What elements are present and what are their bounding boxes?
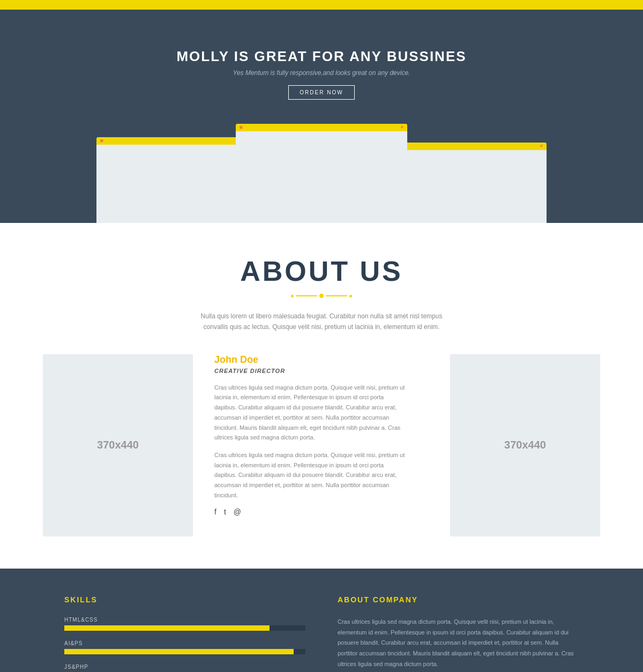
skill-bar-fill-html [64,625,270,631]
twitter-icon[interactable]: t [224,507,226,516]
flower-icon-center: ❋ [239,125,243,130]
about-company-text-1: Cras ultrices ligula sed magna dictum po… [338,617,579,670]
team-info: John Doe CREATIVE DIRECTOR Cras ultrices… [193,354,429,517]
team-photo-right: 370x440 [450,354,600,536]
flower-icon-left: ❋ [100,138,104,144]
skill-label-js: JS&PHP [64,664,305,670]
divider-dot-3 [349,295,352,297]
skill-label-ai: AI&PS [64,640,305,646]
card-top-bar-left [96,137,246,145]
team-photo-left: 370x440 [43,354,193,536]
social-icons: f t @ [214,507,407,516]
about-company-column: ABOUT COMPANY Cras ultrices ligula sed m… [338,595,579,672]
close-dots-center: ✕ [400,125,404,130]
skill-bar-bg-html [64,625,305,631]
team-desc-2: Cras ultrices ligula sed magna dictum po… [214,450,407,500]
divider-line-2 [326,295,347,296]
card-top-bar-center [236,124,407,131]
about-divider [43,294,600,298]
about-description: Nulla quis lorem ut libero malesuada feu… [193,311,450,333]
skill-ai-ps: AI&PS [64,640,305,654]
skill-label-html: HTML&CSS [64,617,305,623]
about-section: ABOUT US Nulla quis lorem ut libero male… [0,223,643,569]
divider-line-1 [296,295,317,296]
about-title: ABOUT US [43,255,600,287]
team-row: 370x440 John Doe CREATIVE DIRECTOR Cras … [43,354,600,536]
skill-html-css: HTML&CSS [64,617,305,631]
screen-center: ❋ ✕ [236,124,407,223]
skill-js-php: JS&PHP [64,664,305,672]
hero-subtitle: Yes Mentum is fully responsive,and looks… [11,69,632,77]
facebook-icon[interactable]: f [214,507,216,516]
hero-section: MOLLY IS GREAT FOR ANY BUSSINES Yes Ment… [0,0,643,223]
hero-top-bar [0,0,643,10]
about-company-heading: ABOUT COMPANY [338,595,579,604]
team-name: John Doe [214,354,407,365]
team-desc-1: Cras ultrices ligula sed magna dictum po… [214,383,407,443]
divider-dot-1 [291,295,294,297]
skills-column: SKILLS HTML&CSS AI&PS JS&PHP PHOTOGRAPHY [64,595,305,672]
hero-screens: ❋ ✕ ❋ ✕ ❋ ✕ [11,116,632,223]
close-dots-right: ✕ [540,144,543,148]
skill-bar-fill-ai [64,649,294,654]
hero-title: MOLLY IS GREAT FOR ANY BUSSINES [11,48,632,65]
screen-right: ❋ ✕ [397,143,547,223]
skill-bar-bg-ai [64,649,305,654]
screen-left: ❋ ✕ [96,137,246,223]
team-role: CREATIVE DIRECTOR [214,368,407,374]
instagram-icon[interactable]: @ [234,507,241,516]
card-top-bar-right [397,143,547,150]
skills-heading: SKILLS [64,595,305,604]
skills-section: SKILLS HTML&CSS AI&PS JS&PHP PHOTOGRAPHY [0,569,643,672]
order-now-button[interactable]: ORDER NOW [288,85,354,100]
divider-dot-2 [319,294,324,298]
